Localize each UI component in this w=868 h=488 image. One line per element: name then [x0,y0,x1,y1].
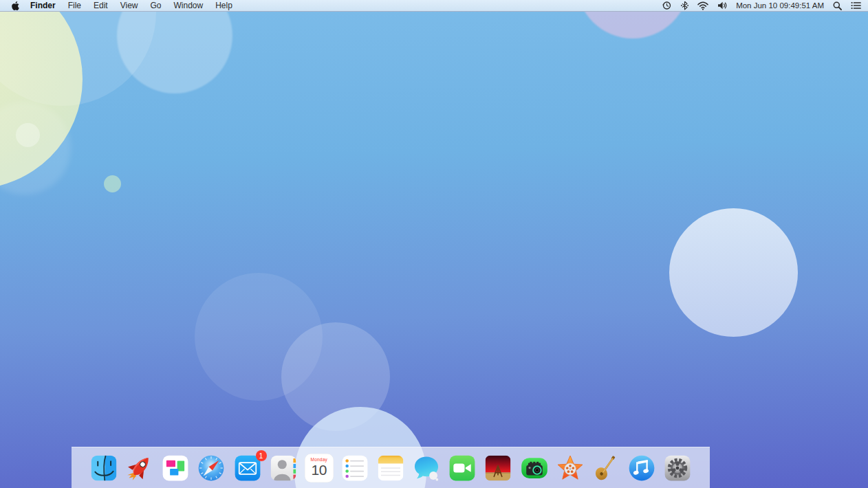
apple-menu[interactable] [7,1,24,10]
dock-item-photo-booth[interactable] [520,454,549,483]
dock: 1 [72,447,710,488]
app-menu-finder[interactable]: Finder [24,0,62,11]
contacts-icon [269,454,298,483]
wallpaper-bubble [117,0,232,93]
calendar-icon: Monday 10 [305,454,334,483]
facetime-icon [448,454,477,483]
dock-item-notes[interactable] [376,454,405,483]
music-note-icon [627,454,656,483]
spotlight-icon[interactable] [833,1,842,10]
menu-item-file[interactable]: File [62,0,87,11]
rocket-icon [125,454,154,483]
notes-icon [376,454,405,483]
dock-item-reminders[interactable] [340,454,369,483]
tiles-icon [161,454,190,483]
dock-item-launchpad[interactable] [125,454,154,483]
menu-item-edit[interactable]: Edit [87,0,114,11]
wallpaper-bubble [104,175,121,192]
wallpaper-bubble [0,0,83,189]
guitar-icon [592,454,620,483]
dock-item-system-preferences[interactable] [663,454,692,483]
menu-bar: Finder File Edit View Go Window Help Mon… [0,0,868,12]
menu-item-window[interactable]: Window [168,0,210,11]
keynote-easel-icon [484,454,512,483]
menu-item-view[interactable]: View [114,0,144,11]
wallpaper-bubble [281,322,390,431]
volume-icon[interactable] [717,1,727,10]
menu-bar-clock[interactable]: Mon Jun 10 09:49:51 AM [736,1,824,10]
wifi-icon[interactable] [697,1,708,10]
reminders-icon [340,454,369,483]
finder-icon [89,454,118,483]
notification-center-icon[interactable] [851,1,861,10]
dock-item-facetime[interactable] [448,454,477,483]
safari-icon [197,454,226,483]
wallpaper-bubble [0,0,156,106]
calendar-weekday: Monday [311,457,327,462]
gear-icon [663,454,692,483]
wallpaper-bubble [669,208,798,337]
dock-item-imovie[interactable] [556,454,585,483]
dock-item-itunes[interactable] [627,454,656,483]
wallpaper-bubble [16,123,40,147]
apple-icon [11,1,20,10]
menu-item-help[interactable]: Help [209,0,239,11]
dock-item-mission-control[interactable] [161,454,190,483]
bluetooth-icon[interactable] [681,1,688,10]
dock-item-garageband[interactable] [592,454,620,483]
time-machine-icon[interactable] [662,1,672,10]
imovie-star-icon [556,454,585,483]
photo-booth-camera-icon [520,454,549,483]
dock-item-calendar[interactable]: Monday 10 [305,454,334,483]
dock-item-finder[interactable] [89,454,118,483]
dock-item-messages[interactable] [412,454,441,483]
wallpaper-bubble [0,102,71,195]
dock-item-mail[interactable]: 1 [233,454,262,483]
wallpaper-bubble [195,273,323,401]
dock-item-contacts[interactable] [269,454,298,483]
calendar-day: 10 [312,462,327,478]
dock-item-keynote[interactable] [484,454,512,483]
mail-badge: 1 [256,450,267,461]
menu-item-go[interactable]: Go [144,0,168,11]
dock-item-safari[interactable] [197,454,226,483]
messages-bubble-icon [412,454,441,483]
